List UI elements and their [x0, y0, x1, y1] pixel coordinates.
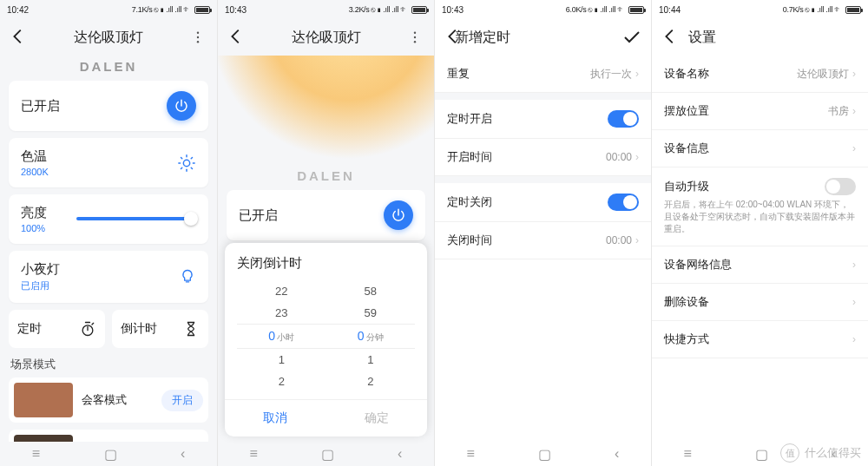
screen-add-timer: 10:43 6.0K/s ⎋ ▮ .ıll .ıll ᯤ 新增定时 重复 执行一… — [434, 0, 651, 466]
screen-countdown-sheet: 10:43 3.2K/s ⎋ ▮ .ıll .ıll ᯤ 达伦吸顶灯 DALEN… — [217, 0, 434, 466]
brand-logo: DALEN — [9, 59, 208, 74]
bulb-icon — [179, 268, 196, 286]
home-icon[interactable]: ▢ — [321, 446, 334, 463]
watermark: 值 什么值得买 — [780, 443, 861, 463]
page-title: 达伦吸顶灯 — [292, 29, 361, 47]
back-icon[interactable]: ‹ — [398, 446, 402, 462]
sheet-title: 关闭倒计时 — [225, 243, 427, 280]
countdown-button[interactable]: 倒计时 — [112, 310, 208, 348]
status-bar: 10:43 3.2K/s ⎋ ▮ .ıll .ıll ᯤ — [218, 0, 434, 19]
scene-thumb — [14, 383, 73, 417]
more-button[interactable] — [187, 27, 208, 48]
clock: 10:42 — [7, 5, 29, 15]
scene-section-title: 场景模式 — [10, 357, 207, 372]
battery-icon — [845, 6, 861, 14]
time-picker[interactable]: 22 23 0小时 1 2 58 59 0分钟 1 2 — [225, 280, 427, 392]
brand-logo: DALEN — [218, 168, 434, 183]
page-title: 设置 — [688, 29, 716, 47]
toggle-switch[interactable] — [825, 178, 856, 195]
system-nav: ≡ ▢ ‹ — [0, 442, 217, 466]
auto-upgrade-row: 自动升级 开启后，将在上午 02:00~04:00 WLAN 环境下，且设备处于… — [652, 167, 868, 246]
svg-point-14 — [414, 36, 416, 38]
light-hero-image — [218, 56, 434, 168]
more-button[interactable] — [404, 27, 425, 48]
scene-row[interactable]: 会客模式 开启 — [9, 377, 208, 423]
timed-off-toggle-row: 定时关闭 — [435, 183, 651, 222]
battery-icon — [194, 6, 210, 14]
home-icon[interactable]: ▢ — [104, 446, 117, 463]
back-button[interactable] — [661, 27, 681, 48]
clock: 10:43 — [442, 5, 464, 15]
home-icon[interactable]: ▢ — [538, 446, 551, 463]
scene-enable-button[interactable]: 开启 — [161, 390, 203, 411]
repeat-row[interactable]: 重复 执行一次› — [435, 56, 651, 93]
recent-apps-icon[interactable]: ≡ — [250, 446, 258, 462]
nightlight-card[interactable]: 小夜灯 已启用 — [9, 251, 208, 303]
back-icon[interactable]: ‹ — [615, 446, 619, 462]
color-temp-card[interactable]: 色温 2800K — [9, 138, 208, 187]
power-card: 已开启 — [227, 190, 425, 240]
network-info-row[interactable]: 设备网络信息 › — [652, 246, 868, 284]
confirm-button[interactable] — [621, 27, 642, 48]
device-info-row[interactable]: 设备信息 › — [652, 130, 868, 167]
minute-picker-column: 58 59 0分钟 1 2 — [326, 280, 416, 392]
chevron-right-icon: › — [635, 151, 639, 163]
svg-point-13 — [414, 32, 416, 34]
hourglass-icon — [182, 320, 200, 338]
back-icon[interactable]: ‹ — [181, 446, 185, 462]
chevron-right-icon: › — [852, 105, 856, 117]
off-time-row[interactable]: 关闭时间 00:00› — [435, 222, 651, 259]
location-row[interactable]: 摆放位置 书房› — [652, 93, 868, 130]
back-button[interactable] — [9, 27, 30, 48]
power-button[interactable] — [384, 200, 413, 230]
app-bar: 达伦吸顶灯 — [0, 19, 217, 56]
power-button[interactable] — [167, 91, 196, 121]
toggle-switch[interactable] — [608, 194, 639, 211]
svg-line-11 — [191, 157, 192, 158]
on-time-row[interactable]: 开启时间 00:00› — [435, 139, 651, 176]
svg-line-9 — [191, 167, 192, 168]
home-icon[interactable]: ▢ — [755, 446, 768, 463]
clock: 10:44 — [659, 5, 681, 15]
chevron-right-icon: › — [635, 234, 639, 246]
chevron-right-icon: › — [852, 333, 856, 345]
stopwatch-icon — [79, 320, 96, 338]
recent-apps-icon[interactable]: ≡ — [32, 446, 40, 462]
page-title: 达伦吸顶灯 — [74, 29, 143, 47]
system-nav: ≡ ▢ ‹ — [435, 442, 651, 466]
shortcut-row[interactable]: 快捷方式 › — [652, 321, 868, 358]
status-bar: 10:44 0.7K/s ⎋ ▮ .ıll .ıll ᯤ — [652, 0, 868, 19]
svg-point-15 — [414, 41, 416, 43]
back-button[interactable] — [227, 27, 247, 48]
svg-point-1 — [197, 36, 199, 38]
chevron-right-icon: › — [635, 68, 639, 80]
scene-row[interactable]: 休闲模式 开启 — [9, 430, 208, 442]
svg-line-8 — [181, 157, 181, 158]
clock: 10:43 — [225, 5, 247, 15]
timer-button[interactable]: 定时 — [9, 310, 105, 348]
battery-icon — [628, 6, 644, 14]
battery-icon — [411, 6, 427, 14]
svg-point-3 — [183, 160, 189, 166]
cancel-button[interactable]: 取消 — [225, 400, 326, 436]
recent-apps-icon[interactable]: ≡ — [684, 446, 692, 462]
brightness-slider[interactable] — [76, 217, 196, 220]
countdown-bottom-sheet: 关闭倒计时 22 23 0小时 1 2 58 59 0分钟 1 2 取 — [225, 243, 427, 436]
sun-icon — [177, 154, 196, 173]
scene-thumb — [14, 435, 73, 442]
svg-point-0 — [197, 32, 199, 34]
recent-apps-icon[interactable]: ≡ — [467, 446, 475, 462]
hour-picker-column: 22 23 0小时 1 2 — [237, 280, 326, 392]
page-title: 新增定时 — [455, 29, 510, 47]
chevron-right-icon: › — [852, 142, 856, 154]
screen-settings: 10:44 0.7K/s ⎋ ▮ .ıll .ıll ᯤ 设置 设备名称 达伦吸… — [651, 0, 868, 466]
power-card: 已开启 — [9, 81, 208, 131]
delete-device-row[interactable]: 删除设备 › — [652, 284, 868, 321]
system-nav: ≡ ▢ ‹ — [218, 442, 434, 466]
device-name-row[interactable]: 设备名称 达伦吸顶灯› — [652, 56, 868, 93]
timed-on-toggle-row: 定时开启 — [435, 100, 651, 139]
chevron-right-icon: › — [852, 259, 856, 271]
brightness-card: 亮度 100% — [9, 194, 208, 244]
confirm-button[interactable]: 确定 — [326, 400, 428, 436]
toggle-switch[interactable] — [608, 110, 639, 128]
